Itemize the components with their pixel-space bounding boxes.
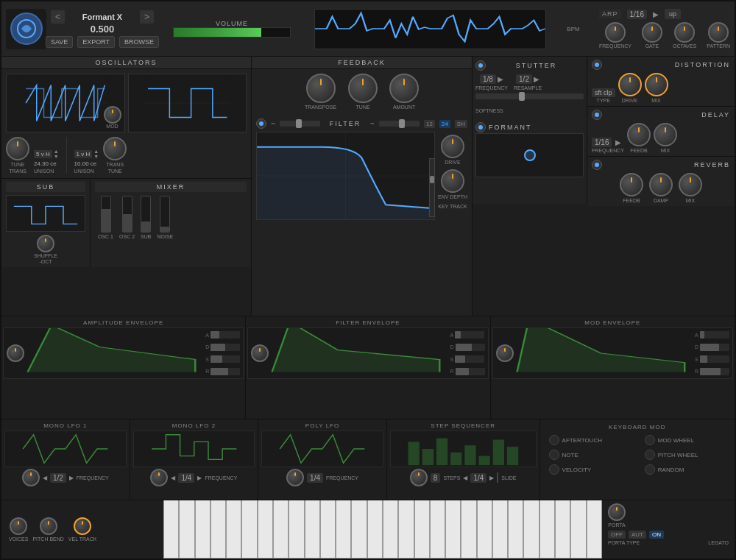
piano-white-key[interactable] [445,500,461,559]
piano-white-key[interactable] [336,500,351,559]
shuffle-knob[interactable] [37,235,54,252]
piano-white-key[interactable] [477,500,492,559]
aftertouch-led[interactable] [549,435,559,445]
piano-white-key[interactable] [414,500,430,559]
amp-s-slider[interactable] [210,355,240,363]
piano-white-key[interactable] [320,500,336,559]
browse-button[interactable]: BROWSE [119,36,159,48]
delay-feedb-knob[interactable] [627,123,651,146]
feedback-tune-knob[interactable] [348,74,378,103]
reverb-power-button[interactable] [592,160,602,170]
piano-white-key[interactable] [523,500,539,559]
prev-preset-button[interactable]: < [51,10,65,24]
osc-tune-knob[interactable] [6,137,29,160]
piano-white-key[interactable] [241,500,257,559]
piano-white-key[interactable] [383,500,398,559]
piano-white-key[interactable] [555,500,570,559]
piano-white-key[interactable] [508,500,523,559]
mod-r-slider[interactable] [700,368,729,375]
porta-knob[interactable] [608,503,626,521]
filter-cutoff-slider[interactable] [280,121,320,127]
mod-s-slider[interactable] [700,355,729,363]
amp-a-slider[interactable] [210,331,240,339]
osc2-step-up-button[interactable]: ▲ [93,149,99,154]
filter-sh-button[interactable]: SH [455,120,467,128]
formant-power-button[interactable] [475,122,486,132]
vel-track-knob[interactable] [74,517,91,535]
voices-knob[interactable] [10,517,27,535]
arp-octaves-knob[interactable] [674,22,695,43]
filter-power-button[interactable] [256,118,266,129]
amp-env-knob[interactable] [7,344,24,362]
filter-res-slider[interactable] [379,121,420,127]
arp-up-button[interactable]: up [665,9,681,19]
amp-d-slider[interactable] [210,344,240,351]
reverb-damp-knob[interactable] [649,173,673,196]
step-seq-rate-knob[interactable] [410,469,428,486]
filter-vertical-slider[interactable] [429,158,435,217]
stutter-power-button[interactable] [475,60,486,71]
piano-white-key[interactable] [351,500,367,559]
piano-white-key[interactable] [570,500,586,559]
off-button[interactable]: OFF [608,531,626,539]
arp-frequency-knob[interactable] [605,22,626,43]
transpose-knob[interactable] [306,74,336,103]
filter-a-slider[interactable] [455,331,484,339]
piano-white-key[interactable] [226,500,241,559]
delay-power-button[interactable] [592,110,602,120]
distortion-mix-knob[interactable] [645,73,668,96]
arp-pattern-knob[interactable] [708,22,729,43]
mod-a-slider[interactable] [700,331,729,339]
osc2-fader[interactable] [122,196,132,233]
filter-drive-knob[interactable] [441,135,464,158]
piano-white-key[interactable] [398,500,414,559]
osc1-fader[interactable] [101,196,111,233]
distortion-power-button[interactable] [592,60,602,70]
note-led[interactable] [549,450,559,460]
piano-white-key[interactable] [273,500,289,559]
pitch-bend-knob[interactable] [40,517,57,535]
delay-mix-knob[interactable] [654,123,677,146]
mod-env-knob[interactable] [496,344,514,362]
piano-white-key[interactable] [305,500,320,559]
piano-white-key[interactable] [461,500,476,559]
piano-white-key[interactable] [179,500,194,559]
velocity-led[interactable] [549,464,559,475]
filter-s-slider[interactable] [455,355,484,363]
osc1-mod-knob[interactable] [104,106,121,124]
osc2-step-down-button[interactable]: ▼ [93,154,99,159]
amp-r-slider[interactable] [210,368,240,375]
on-button[interactable]: ON [649,531,664,539]
piano-white-key[interactable] [539,500,555,559]
arp-gate-knob[interactable] [642,22,662,43]
aut-button[interactable]: AUT [629,531,646,539]
poly-lfo-rate-knob[interactable] [286,469,304,486]
mod-d-slider[interactable] [700,344,729,351]
reverb-feedb-knob[interactable] [620,173,643,196]
piano-white-key[interactable] [195,500,210,559]
pitch-wheel-led[interactable] [645,450,655,460]
reverb-mix-knob[interactable] [679,173,702,196]
piano-white-key[interactable] [430,500,445,559]
filter-env-knob[interactable] [251,344,269,362]
piano-white-key[interactable] [367,500,383,559]
save-button[interactable]: SAVE [46,36,73,48]
piano-white-key[interactable] [258,500,273,559]
mono-lfo2-rate-knob[interactable] [150,469,168,486]
filter-12db-button[interactable]: 12 [424,120,435,128]
volume-bar[interactable] [173,27,291,38]
mono-lfo1-rate-knob[interactable] [22,469,40,486]
export-button[interactable]: EXPORT [77,36,115,48]
formant-dot[interactable] [524,149,536,161]
distortion-drive-knob[interactable] [618,73,642,96]
piano-white-key[interactable] [492,500,508,559]
mod-wheel-led[interactable] [645,435,655,445]
filter-d-slider[interactable] [456,344,485,351]
piano-white-key[interactable] [289,500,304,559]
piano-white-key[interactable] [210,500,226,559]
next-preset-button[interactable]: > [140,10,154,24]
sub-fader[interactable] [141,196,151,233]
filter-24db-button[interactable]: 24 [439,120,450,128]
piano-white-key[interactable] [587,500,602,559]
osc1-step-up-button[interactable]: ▲ [54,149,59,154]
